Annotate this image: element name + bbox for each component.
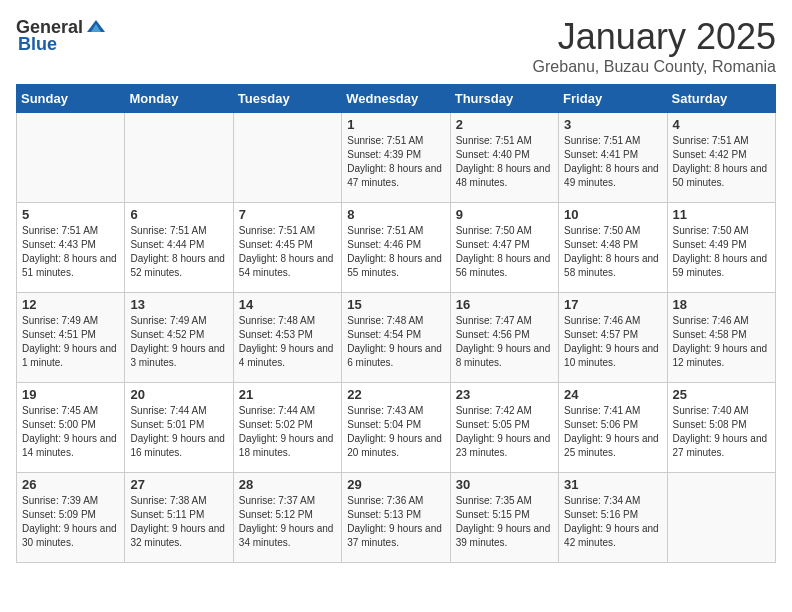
week-row-1: 1Sunrise: 7:51 AMSunset: 4:39 PMDaylight… xyxy=(17,113,776,203)
day-number: 25 xyxy=(673,387,770,402)
calendar-cell: 22Sunrise: 7:43 AMSunset: 5:04 PMDayligh… xyxy=(342,383,450,473)
day-number: 10 xyxy=(564,207,661,222)
day-number: 14 xyxy=(239,297,336,312)
calendar-cell: 20Sunrise: 7:44 AMSunset: 5:01 PMDayligh… xyxy=(125,383,233,473)
week-row-4: 19Sunrise: 7:45 AMSunset: 5:00 PMDayligh… xyxy=(17,383,776,473)
day-number: 9 xyxy=(456,207,553,222)
day-number: 6 xyxy=(130,207,227,222)
calendar-cell: 25Sunrise: 7:40 AMSunset: 5:08 PMDayligh… xyxy=(667,383,775,473)
cell-info: Sunrise: 7:48 AMSunset: 4:54 PMDaylight:… xyxy=(347,314,444,370)
calendar-cell: 19Sunrise: 7:45 AMSunset: 5:00 PMDayligh… xyxy=(17,383,125,473)
calendar-cell: 14Sunrise: 7:48 AMSunset: 4:53 PMDayligh… xyxy=(233,293,341,383)
calendar-cell: 24Sunrise: 7:41 AMSunset: 5:06 PMDayligh… xyxy=(559,383,667,473)
calendar-cell xyxy=(667,473,775,563)
day-number: 31 xyxy=(564,477,661,492)
logo: General Blue xyxy=(16,16,107,55)
calendar-cell: 26Sunrise: 7:39 AMSunset: 5:09 PMDayligh… xyxy=(17,473,125,563)
calendar-cell: 30Sunrise: 7:35 AMSunset: 5:15 PMDayligh… xyxy=(450,473,558,563)
title-section: January 2025 Grebanu, Buzau County, Roma… xyxy=(533,16,776,76)
calendar-cell: 4Sunrise: 7:51 AMSunset: 4:42 PMDaylight… xyxy=(667,113,775,203)
cell-info: Sunrise: 7:51 AMSunset: 4:42 PMDaylight:… xyxy=(673,134,770,190)
calendar-cell: 11Sunrise: 7:50 AMSunset: 4:49 PMDayligh… xyxy=(667,203,775,293)
day-number: 12 xyxy=(22,297,119,312)
calendar-cell: 2Sunrise: 7:51 AMSunset: 4:40 PMDaylight… xyxy=(450,113,558,203)
logo-blue: Blue xyxy=(18,34,57,55)
day-number: 30 xyxy=(456,477,553,492)
calendar-cell: 31Sunrise: 7:34 AMSunset: 5:16 PMDayligh… xyxy=(559,473,667,563)
cell-info: Sunrise: 7:39 AMSunset: 5:09 PMDaylight:… xyxy=(22,494,119,550)
cell-info: Sunrise: 7:51 AMSunset: 4:43 PMDaylight:… xyxy=(22,224,119,280)
location-subtitle: Grebanu, Buzau County, Romania xyxy=(533,58,776,76)
cell-info: Sunrise: 7:51 AMSunset: 4:40 PMDaylight:… xyxy=(456,134,553,190)
calendar-cell: 7Sunrise: 7:51 AMSunset: 4:45 PMDaylight… xyxy=(233,203,341,293)
week-row-3: 12Sunrise: 7:49 AMSunset: 4:51 PMDayligh… xyxy=(17,293,776,383)
day-number: 3 xyxy=(564,117,661,132)
calendar-cell: 6Sunrise: 7:51 AMSunset: 4:44 PMDaylight… xyxy=(125,203,233,293)
calendar-cell: 27Sunrise: 7:38 AMSunset: 5:11 PMDayligh… xyxy=(125,473,233,563)
calendar-cell: 8Sunrise: 7:51 AMSunset: 4:46 PMDaylight… xyxy=(342,203,450,293)
cell-info: Sunrise: 7:37 AMSunset: 5:12 PMDaylight:… xyxy=(239,494,336,550)
cell-info: Sunrise: 7:34 AMSunset: 5:16 PMDaylight:… xyxy=(564,494,661,550)
day-number: 7 xyxy=(239,207,336,222)
day-number: 18 xyxy=(673,297,770,312)
cell-info: Sunrise: 7:50 AMSunset: 4:48 PMDaylight:… xyxy=(564,224,661,280)
cell-info: Sunrise: 7:40 AMSunset: 5:08 PMDaylight:… xyxy=(673,404,770,460)
day-number: 24 xyxy=(564,387,661,402)
day-number: 21 xyxy=(239,387,336,402)
header-day-friday: Friday xyxy=(559,85,667,113)
cell-info: Sunrise: 7:38 AMSunset: 5:11 PMDaylight:… xyxy=(130,494,227,550)
header-day-tuesday: Tuesday xyxy=(233,85,341,113)
calendar-cell: 10Sunrise: 7:50 AMSunset: 4:48 PMDayligh… xyxy=(559,203,667,293)
calendar-cell: 15Sunrise: 7:48 AMSunset: 4:54 PMDayligh… xyxy=(342,293,450,383)
calendar-cell xyxy=(233,113,341,203)
calendar-cell: 28Sunrise: 7:37 AMSunset: 5:12 PMDayligh… xyxy=(233,473,341,563)
day-number: 2 xyxy=(456,117,553,132)
cell-info: Sunrise: 7:50 AMSunset: 4:47 PMDaylight:… xyxy=(456,224,553,280)
day-number: 13 xyxy=(130,297,227,312)
cell-info: Sunrise: 7:49 AMSunset: 4:51 PMDaylight:… xyxy=(22,314,119,370)
day-number: 28 xyxy=(239,477,336,492)
page-header: General Blue January 2025 Grebanu, Buzau… xyxy=(16,16,776,76)
day-number: 4 xyxy=(673,117,770,132)
calendar-cell: 9Sunrise: 7:50 AMSunset: 4:47 PMDaylight… xyxy=(450,203,558,293)
day-number: 11 xyxy=(673,207,770,222)
cell-info: Sunrise: 7:44 AMSunset: 5:01 PMDaylight:… xyxy=(130,404,227,460)
cell-info: Sunrise: 7:35 AMSunset: 5:15 PMDaylight:… xyxy=(456,494,553,550)
day-number: 26 xyxy=(22,477,119,492)
cell-info: Sunrise: 7:44 AMSunset: 5:02 PMDaylight:… xyxy=(239,404,336,460)
cell-info: Sunrise: 7:50 AMSunset: 4:49 PMDaylight:… xyxy=(673,224,770,280)
calendar-cell: 3Sunrise: 7:51 AMSunset: 4:41 PMDaylight… xyxy=(559,113,667,203)
calendar-cell: 21Sunrise: 7:44 AMSunset: 5:02 PMDayligh… xyxy=(233,383,341,473)
day-number: 23 xyxy=(456,387,553,402)
week-row-5: 26Sunrise: 7:39 AMSunset: 5:09 PMDayligh… xyxy=(17,473,776,563)
cell-info: Sunrise: 7:42 AMSunset: 5:05 PMDaylight:… xyxy=(456,404,553,460)
calendar-cell: 23Sunrise: 7:42 AMSunset: 5:05 PMDayligh… xyxy=(450,383,558,473)
cell-info: Sunrise: 7:51 AMSunset: 4:45 PMDaylight:… xyxy=(239,224,336,280)
cell-info: Sunrise: 7:36 AMSunset: 5:13 PMDaylight:… xyxy=(347,494,444,550)
day-number: 8 xyxy=(347,207,444,222)
calendar-header-row: SundayMondayTuesdayWednesdayThursdayFrid… xyxy=(17,85,776,113)
day-number: 27 xyxy=(130,477,227,492)
calendar-cell: 18Sunrise: 7:46 AMSunset: 4:58 PMDayligh… xyxy=(667,293,775,383)
calendar-cell: 13Sunrise: 7:49 AMSunset: 4:52 PMDayligh… xyxy=(125,293,233,383)
calendar-cell: 12Sunrise: 7:49 AMSunset: 4:51 PMDayligh… xyxy=(17,293,125,383)
header-day-sunday: Sunday xyxy=(17,85,125,113)
cell-info: Sunrise: 7:51 AMSunset: 4:46 PMDaylight:… xyxy=(347,224,444,280)
cell-info: Sunrise: 7:41 AMSunset: 5:06 PMDaylight:… xyxy=(564,404,661,460)
day-number: 22 xyxy=(347,387,444,402)
cell-info: Sunrise: 7:46 AMSunset: 4:57 PMDaylight:… xyxy=(564,314,661,370)
day-number: 1 xyxy=(347,117,444,132)
day-number: 5 xyxy=(22,207,119,222)
day-number: 15 xyxy=(347,297,444,312)
cell-info: Sunrise: 7:51 AMSunset: 4:44 PMDaylight:… xyxy=(130,224,227,280)
calendar-cell: 16Sunrise: 7:47 AMSunset: 4:56 PMDayligh… xyxy=(450,293,558,383)
day-number: 16 xyxy=(456,297,553,312)
cell-info: Sunrise: 7:45 AMSunset: 5:00 PMDaylight:… xyxy=(22,404,119,460)
cell-info: Sunrise: 7:43 AMSunset: 5:04 PMDaylight:… xyxy=(347,404,444,460)
header-day-monday: Monday xyxy=(125,85,233,113)
logo-icon xyxy=(85,16,107,38)
month-title: January 2025 xyxy=(533,16,776,58)
cell-info: Sunrise: 7:48 AMSunset: 4:53 PMDaylight:… xyxy=(239,314,336,370)
header-day-saturday: Saturday xyxy=(667,85,775,113)
day-number: 29 xyxy=(347,477,444,492)
